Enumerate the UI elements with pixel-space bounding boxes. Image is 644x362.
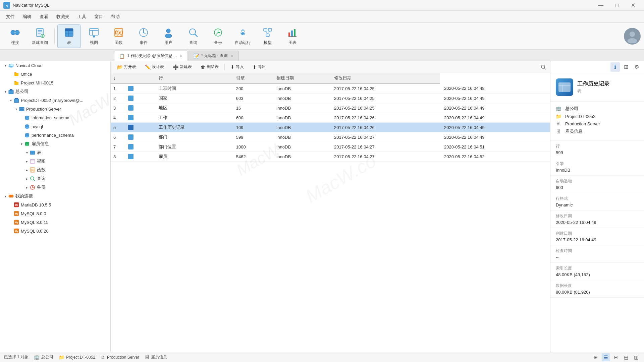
tree-label-mysql: mysql — [32, 124, 43, 129]
minimize-button[interactable]: — — [593, 0, 608, 11]
compact-view-btn[interactable]: ▥ — [632, 353, 640, 361]
toolbar-btn-autorun[interactable]: 自动运行 — [231, 24, 255, 48]
sidebar-item-table-node[interactable]: ▾表 — [0, 148, 110, 157]
settings-icon[interactable]: ⚙ — [632, 62, 641, 72]
info-field-0: 行599 — [550, 141, 644, 158]
close-button[interactable]: ✕ — [625, 0, 641, 11]
sidebar-item-performance_schema[interactable]: performance_schema — [0, 131, 110, 139]
svg-text:f(x): f(x) — [115, 30, 123, 36]
tab-close-tab1[interactable]: × — [179, 53, 183, 59]
menu-item-帮助[interactable]: 帮助 — [108, 12, 123, 21]
new-query-icon: + — [34, 26, 46, 39]
tree-label-table-node: 表 — [37, 149, 41, 156]
menu-item-编辑[interactable]: 编辑 — [19, 12, 35, 21]
table-row[interactable]: 2国家603InnoDB2017-05-22 16:04:252020-05-2… — [111, 94, 550, 103]
tree-label-production-server: Production Server — [26, 107, 61, 112]
sidebar-item-project-dt[interactable]: ▾ProjectDT-0052 (marybrown@... — [0, 96, 110, 105]
tile-view-btn[interactable]: ⊟ — [612, 353, 620, 361]
menu-item-工具[interactable]: 工具 — [74, 12, 90, 21]
table-row[interactable]: 8雇员5462InnoDB2017-05-22 16:04:272020-05-… — [111, 152, 550, 162]
table-header-3[interactable]: 引擎 — [232, 73, 272, 83]
table-row[interactable]: 4工作600InnoDB2017-05-22 16:04:262020-05-2… — [111, 113, 550, 123]
table-row[interactable]: 7部门位置1000InnoDB2017-05-22 16:04:272020-0… — [111, 142, 550, 152]
new-table-btn-icon: ➕ — [173, 64, 178, 70]
detail-view-btn[interactable]: ▤ — [622, 353, 630, 361]
row-cell-6-1: 1000 — [232, 142, 272, 152]
table-row[interactable]: 5工作历史记录109InnoDB2017-05-22 16:04:262020-… — [111, 123, 550, 132]
toolbar-btn-event[interactable]: 事件 — [132, 24, 155, 48]
menu-item-查看[interactable]: 查看 — [36, 12, 52, 21]
toolbar-btn-function[interactable]: f(x)函数 — [107, 24, 130, 48]
row-cell-1-4: 2020-05-22 16:04:49 — [440, 94, 550, 103]
toolbar-btn-model[interactable]: 模型 — [256, 24, 279, 48]
user-avatar[interactable] — [624, 28, 641, 45]
sidebar-item-backup-node[interactable]: ▸备份 — [0, 183, 110, 192]
sidebar-item-navicat-cloud[interactable]: ▾Navicat Cloud — [0, 61, 110, 70]
sidebar-item-yuangong-xinxi[interactable]: ▾雇员信息 — [0, 139, 110, 148]
info-field-6: 检查時間-- — [550, 245, 644, 263]
sidebar-item-conn-MariaDB_10.5.5[interactable]: MaMariaDB 10.5.5 — [0, 200, 110, 209]
sidebar-item-infomation_schema[interactable]: infomation_schema — [0, 113, 110, 122]
toolbar-btn-table[interactable]: 表 — [57, 24, 81, 48]
sidebar-item-my-connections[interactable]: ▾我的连接 — [0, 192, 110, 200]
export-btn[interactable]: ⬆导出 — [249, 62, 270, 71]
toolbar-btn-query[interactable]: 查询 — [181, 24, 205, 48]
list-view-btn[interactable]: ☰ — [602, 353, 610, 361]
new-table-btn[interactable]: ➕新建表 — [169, 62, 196, 71]
sidebar-item-view-node[interactable]: ▸视图 — [0, 157, 110, 166]
sidebar-item-func-node[interactable]: ▸f(x)函数 — [0, 166, 110, 174]
tree-icon-func-node: f(x) — [30, 167, 36, 173]
menu-item-窗口[interactable]: 窗口 — [91, 12, 106, 21]
table-header-1[interactable] — [124, 73, 155, 83]
table-header-5[interactable]: 修改日期 — [330, 73, 440, 83]
toolbar-btn-chart[interactable]: 图表 — [281, 24, 304, 48]
sidebar-item-conn-MySQL_8.0.0[interactable]: MyMySQL 8.0.0 — [0, 209, 110, 218]
event-icon — [138, 26, 150, 39]
tree-label-conn-MySQL_8.0.15: MySQL 8.0.15 — [21, 220, 49, 225]
breadcrumb-row-总公司: 🏢总公司 — [556, 106, 639, 112]
search-icon[interactable] — [539, 63, 547, 71]
table-header-4[interactable]: 创建日期 — [272, 73, 330, 83]
connect-label: 连接 — [11, 40, 19, 46]
toolbar-btn-view[interactable]: 视图 — [82, 24, 106, 48]
menu-item-收藏夹[interactable]: 收藏夹 — [53, 12, 73, 21]
tab-tab2[interactable]: 📝* 无标题 - 查询× — [189, 51, 239, 61]
grid-view-btn[interactable]: ⊞ — [592, 353, 600, 361]
sidebar-item-total-company[interactable]: ▾总公司 — [0, 87, 110, 96]
toolbar-btn-new-query[interactable]: +新建查询 — [28, 24, 52, 48]
table-row[interactable]: 3地区16InnoDB2017-05-22 16:04:252020-05-22… — [111, 103, 550, 113]
toolbar-btn-user[interactable]: 用户 — [157, 24, 180, 48]
tree-label-infomation_schema: infomation_schema — [32, 115, 69, 120]
import-btn[interactable]: ⬇导入 — [227, 62, 248, 71]
row-icon-cell-2 — [124, 103, 155, 113]
table-header-2[interactable]: 行 — [155, 73, 232, 83]
table-row[interactable]: 1上班时间200InnoDB2017-05-22 16:04:252020-05… — [111, 83, 550, 94]
design-table-btn-icon: ✏️ — [145, 64, 151, 70]
tab-tab1[interactable]: 📋工作历史记录 @雇员信息 ...× — [114, 51, 188, 61]
table-header-0[interactable]: ↕ — [111, 73, 124, 83]
open-table-btn[interactable]: 📂打开表 — [113, 62, 140, 71]
sidebar-item-mysql[interactable]: mysql — [0, 122, 110, 131]
sidebar-item-project-mh[interactable]: Project MH-0015 — [0, 78, 110, 87]
svg-line-84 — [34, 180, 35, 181]
sidebar-item-query-node[interactable]: ▸查询 — [0, 174, 110, 183]
design-table-btn[interactable]: ✏️设计表 — [141, 62, 168, 71]
sidebar-item-production-server[interactable]: ▾Production Server — [0, 105, 110, 113]
tab-close-tab2[interactable]: × — [230, 53, 234, 59]
maximize-button[interactable]: □ — [609, 0, 625, 11]
toolbar-btn-backup[interactable]: 备份 — [206, 24, 230, 48]
delete-table-btn[interactable]: 🗑删除表 — [197, 62, 222, 71]
toolbar-btn-connect[interactable]: +连接 — [3, 24, 27, 48]
table-icon[interactable]: ⊞ — [621, 62, 631, 72]
row-cell-0-3: 2017-05-22 16:04:25 — [330, 83, 440, 94]
sidebar-item-conn-MySQL_8.0.15[interactable]: MyMySQL 8.0.15 — [0, 218, 110, 227]
tab-icon-tab2: 📝 — [194, 53, 199, 59]
svg-point-27 — [165, 34, 172, 38]
sidebar-item-office[interactable]: Office — [0, 70, 110, 78]
info-label-1: 引擎 — [556, 161, 639, 167]
row-cell-4-1: 109 — [232, 123, 272, 132]
menu-item-文件[interactable]: 文件 — [3, 12, 18, 21]
table-row[interactable]: 6部门599InnoDB2017-05-22 16:04:272020-05-2… — [111, 132, 550, 142]
sidebar-item-conn-MySQL_8.0.20[interactable]: MyMySQL 8.0.20 — [0, 227, 110, 235]
info-icon[interactable]: ℹ — [610, 62, 620, 72]
